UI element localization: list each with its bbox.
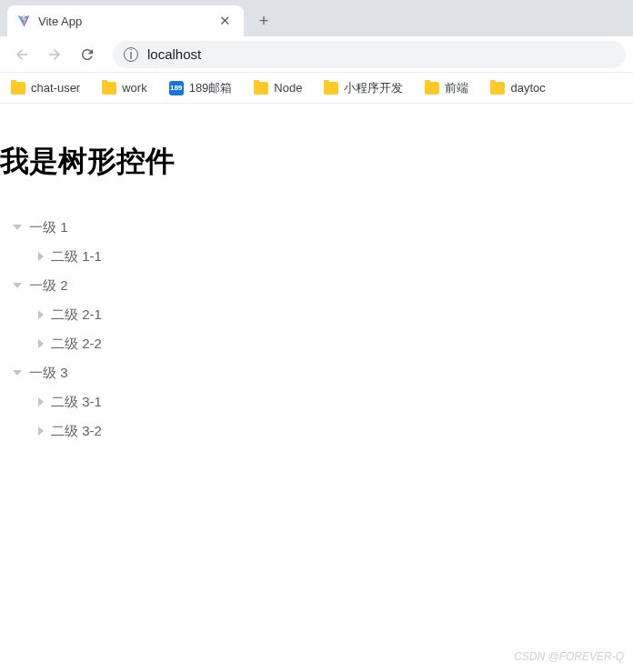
chevron-right-icon [38, 252, 44, 261]
tree-node-label: 一级 2 [29, 277, 68, 295]
tree-node-level1[interactable]: 一级 2 [0, 271, 633, 300]
bookmarks-bar: chat-userwork189189邮箱Node小程序开发前端daytoc [0, 73, 633, 104]
tree-node-level1[interactable]: 一级 3 [0, 358, 633, 387]
back-button[interactable] [7, 40, 36, 69]
vite-icon [16, 14, 31, 28]
chevron-right-icon [38, 397, 44, 406]
bookmark-label: chat-user [31, 81, 80, 95]
folder-icon [324, 82, 338, 95]
address-bar[interactable]: i localhost [113, 41, 626, 68]
tree-node-label: 二级 3-2 [51, 423, 102, 440]
chevron-down-icon [13, 283, 22, 288]
forward-button[interactable] [40, 40, 69, 69]
bookmark-item[interactable]: 189189邮箱 [169, 80, 233, 96]
chevron-right-icon [38, 339, 44, 348]
folder-icon [11, 82, 25, 95]
bookmark-item[interactable]: work [102, 81, 146, 95]
tree-node-label: 二级 2-2 [51, 336, 102, 353]
browser-tab[interactable]: Vite App ✕ [7, 5, 244, 36]
tree-node-level2[interactable]: 二级 2-2 [0, 329, 633, 358]
site-info-icon[interactable]: i [124, 47, 138, 62]
bookmark-item[interactable]: 前端 [425, 80, 468, 96]
tree-node-level1[interactable]: 一级 1 [0, 213, 633, 242]
tree-node-label: 二级 2-1 [51, 306, 102, 324]
bookmark-label: daytoc [510, 81, 545, 95]
bookmark-item[interactable]: chat-user [11, 81, 80, 95]
chevron-down-icon [13, 225, 22, 230]
chevron-down-icon [13, 370, 22, 376]
arrow-left-icon [14, 46, 30, 63]
chevron-right-icon [38, 310, 44, 319]
tree-node-level2[interactable]: 二级 3-1 [0, 387, 633, 416]
tree-node-label: 二级 3-1 [51, 394, 102, 411]
tree-node-label: 二级 1-1 [51, 248, 102, 266]
folder-icon [254, 82, 268, 95]
browser-tab-bar: Vite App ✕ + [0, 0, 633, 36]
folder-icon [490, 82, 505, 95]
bookmark-item[interactable]: daytoc [490, 81, 545, 95]
bookmark-label: 小程序开发 [344, 80, 403, 96]
bookmark-label: work [122, 81, 146, 95]
tree-control: 一级 1二级 1-1一级 2二级 2-1二级 2-2一级 3二级 3-1二级 3… [0, 213, 633, 446]
url-text: localhost [147, 46, 201, 62]
page-content: 我是树形控件 一级 1二级 1-1一级 2二级 2-1二级 2-2一级 3二级 … [0, 104, 633, 446]
reload-button[interactable] [73, 40, 102, 69]
bookmark-item[interactable]: 小程序开发 [324, 80, 403, 96]
browser-toolbar: i localhost [0, 36, 633, 73]
tree-node-label: 一级 3 [29, 365, 68, 382]
189-icon: 189 [169, 81, 184, 95]
new-tab-button[interactable]: + [251, 8, 276, 34]
folder-icon [425, 82, 439, 95]
tree-node-level2[interactable]: 二级 1-1 [0, 242, 633, 271]
tree-node-level2[interactable]: 二级 2-1 [0, 300, 633, 329]
arrow-right-icon [46, 46, 63, 63]
watermark: CSDN @FOREVER-Q [514, 650, 624, 663]
page-title: 我是树形控件 [0, 142, 633, 182]
reload-icon [79, 46, 95, 63]
bookmark-item[interactable]: Node [254, 81, 302, 95]
tree-node-level2[interactable]: 二级 3-2 [0, 416, 633, 446]
folder-icon [102, 82, 116, 95]
bookmark-label: 前端 [445, 80, 468, 96]
bookmark-label: Node [274, 81, 302, 95]
tree-node-label: 一级 1 [29, 219, 68, 236]
close-tab-icon[interactable]: ✕ [216, 13, 235, 29]
bookmark-label: 189邮箱 [189, 80, 233, 96]
chevron-right-icon [38, 426, 44, 436]
tab-title: Vite App [38, 15, 208, 28]
